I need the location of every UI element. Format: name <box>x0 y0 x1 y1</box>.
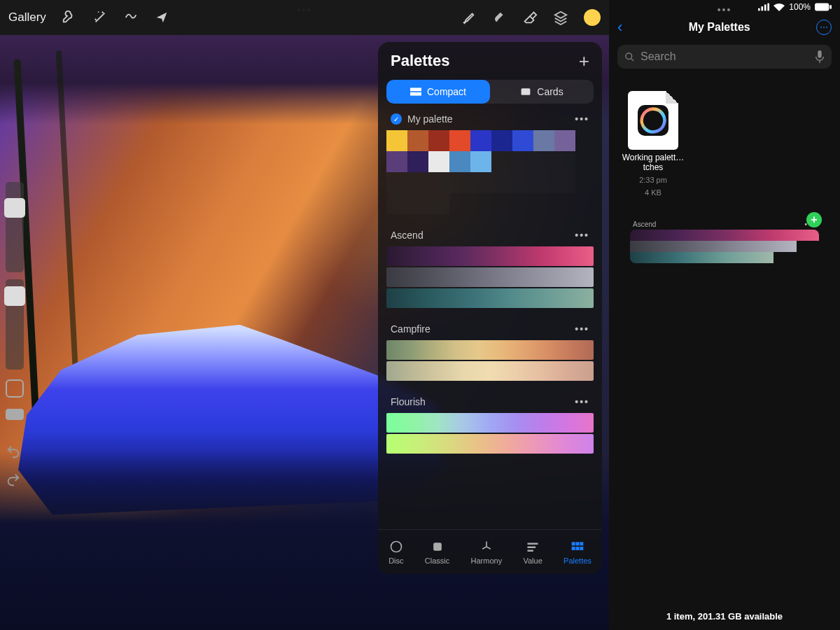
empty-swatch[interactable] <box>554 172 575 193</box>
empty-swatch[interactable] <box>470 172 491 193</box>
layers-icon[interactable] <box>553 10 568 25</box>
wand-icon[interactable] <box>92 10 108 25</box>
empty-swatch[interactable] <box>554 151 575 172</box>
color-swatch[interactable] <box>407 130 428 151</box>
back-button[interactable]: ‹ <box>617 18 622 36</box>
palette-row[interactable] <box>386 288 594 308</box>
svg-point-3 <box>391 541 401 552</box>
svg-rect-12 <box>762 6 764 10</box>
palette-row[interactable] <box>386 413 594 433</box>
color-swatch[interactable] <box>533 130 554 151</box>
top-toolbar: Gallery <box>0 0 609 35</box>
palette-row[interactable] <box>386 434 594 454</box>
empty-swatch[interactable] <box>428 172 449 193</box>
undo-button[interactable] <box>6 444 21 462</box>
palette-name[interactable]: Campfire <box>391 323 430 335</box>
transform-icon[interactable] <box>154 10 169 25</box>
drag-preview-name: Ascend <box>633 220 656 228</box>
smudge-icon[interactable] <box>491 10 507 25</box>
palette-menu-button[interactable]: ••• <box>575 396 589 407</box>
empty-swatch[interactable] <box>407 172 428 193</box>
empty-swatch[interactable] <box>386 172 407 193</box>
svg-rect-15 <box>815 3 829 10</box>
palette-name[interactable]: Flourish <box>391 396 426 407</box>
file-item[interactable]: Working palett…tches 2:33 pm 4 KB <box>622 91 685 198</box>
color-swatch[interactable] <box>407 151 428 172</box>
color-swatch[interactable] <box>428 151 449 172</box>
palette-name[interactable]: My palette <box>407 113 453 125</box>
svg-rect-8 <box>572 547 575 550</box>
svg-rect-16 <box>830 5 832 9</box>
empty-swatch[interactable] <box>533 172 554 193</box>
color-swatch[interactable] <box>470 130 491 151</box>
svg-rect-11 <box>758 8 760 11</box>
color-swatch[interactable] <box>449 151 470 172</box>
search-field[interactable]: Search <box>617 45 832 69</box>
empty-swatch[interactable] <box>491 172 512 193</box>
brush-size-slider[interactable] <box>6 182 24 272</box>
svg-rect-0 <box>410 88 421 91</box>
colorpicker-tab-value[interactable]: Value <box>523 540 542 565</box>
color-swatch[interactable] <box>470 151 491 172</box>
gallery-button[interactable]: Gallery <box>8 10 46 24</box>
add-palette-button[interactable]: + <box>579 52 589 70</box>
procreate-app: ••• Gallery <box>0 0 609 630</box>
empty-swatch[interactable] <box>491 151 512 172</box>
svg-rect-9 <box>575 547 579 550</box>
palette-row[interactable] <box>386 267 594 287</box>
colorpicker-tab-harmony[interactable]: Harmony <box>471 540 503 565</box>
svg-rect-4 <box>433 542 442 551</box>
wrench-icon[interactable] <box>62 10 77 25</box>
colorpicker-tab-palettes[interactable]: Palettes <box>564 540 592 565</box>
empty-swatch[interactable] <box>512 151 533 172</box>
color-picker-button[interactable] <box>584 9 601 26</box>
selection-icon[interactable] <box>123 10 139 25</box>
segment-cards[interactable]: Cards <box>490 80 594 104</box>
brush-icon[interactable] <box>461 10 476 25</box>
file-size: 4 KB <box>645 188 662 197</box>
palette-menu-button[interactable]: ••• <box>575 323 589 335</box>
multitask-handle-right[interactable]: ••• <box>718 4 732 15</box>
empty-swatch[interactable] <box>386 193 407 214</box>
palette-row[interactable] <box>386 340 594 360</box>
mic-icon[interactable] <box>815 50 825 63</box>
color-swatch[interactable] <box>554 130 575 151</box>
brush-opacity-slider[interactable] <box>6 279 24 370</box>
empty-swatch[interactable] <box>449 172 470 193</box>
svg-rect-14 <box>768 4 770 11</box>
palette-menu-button[interactable]: ••• <box>575 230 589 241</box>
eraser-icon[interactable] <box>522 10 538 25</box>
color-swatch[interactable] <box>449 130 470 151</box>
svg-rect-13 <box>764 4 766 10</box>
swatch-grid <box>386 130 594 214</box>
color-swatch[interactable] <box>428 130 449 151</box>
palette-row[interactable] <box>386 361 594 381</box>
redo-button[interactable] <box>6 472 21 490</box>
palette-block: Campfire••• <box>386 321 594 381</box>
palette-row[interactable] <box>386 246 594 266</box>
empty-swatch[interactable] <box>428 193 449 214</box>
value-icon <box>526 540 540 554</box>
empty-swatch[interactable] <box>407 193 428 214</box>
tab-label: Classic <box>425 556 449 565</box>
procreate-logo-icon <box>638 105 668 136</box>
svg-rect-7 <box>580 542 583 545</box>
color-swatch[interactable] <box>386 130 407 151</box>
palette-menu-button[interactable]: ••• <box>575 113 589 125</box>
empty-swatch[interactable] <box>533 151 554 172</box>
cellular-icon <box>758 3 769 11</box>
color-swatch[interactable] <box>512 130 533 151</box>
drag-import-preview[interactable]: + Ascend ••• <box>630 219 819 263</box>
palette-block: Ascend••• <box>386 227 594 308</box>
more-options-button[interactable]: ⋯ <box>816 20 832 35</box>
palette-name[interactable]: Ascend <box>391 230 424 241</box>
colorpicker-tab-disc[interactable]: Disc <box>388 540 403 565</box>
file-thumbnail <box>628 91 678 150</box>
colorpicker-tab-classic[interactable]: Classic <box>425 540 449 565</box>
modify-button[interactable] <box>6 379 24 398</box>
color-swatch[interactable] <box>386 151 407 172</box>
empty-swatch[interactable] <box>512 172 533 193</box>
segment-compact[interactable]: Compact <box>386 80 490 104</box>
eyedropper-button[interactable] <box>6 409 24 420</box>
color-swatch[interactable] <box>491 130 512 151</box>
